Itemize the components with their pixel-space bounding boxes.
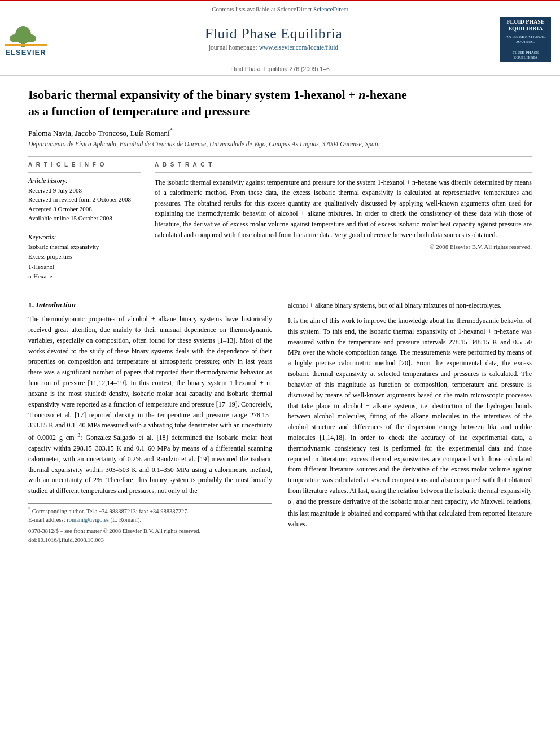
elsevier-tree-svg [5, 23, 47, 48]
keyword-1: Isobaric thermal expansivity [28, 242, 141, 252]
svg-rect-4 [5, 44, 47, 46]
homepage-label: journal homepage: [209, 44, 257, 51]
sciencedirect-link[interactable]: ScienceDirect [313, 6, 348, 12]
elsevier-text: ELSEVIER [5, 48, 46, 56]
journal-top-bar: Contents lists available at ScienceDirec… [0, 5, 560, 15]
elsevier-logo: ELSEVIER [5, 23, 47, 56]
authors: Paloma Navia, Jacobo Troncoso, Luís Roma… [28, 127, 532, 138]
right-para-2: It is the aim of this work to improve th… [288, 316, 532, 530]
journal-homepage: journal homepage: www.elsevier.com/locat… [47, 42, 500, 54]
keywords-divider [28, 229, 141, 229]
contents-available-text: Contents lists available at ScienceDirec… [212, 6, 312, 12]
info-divider [28, 172, 141, 173]
issn-note: 0378-3812/$ – see front matter © 2008 El… [28, 527, 272, 545]
body-divider [28, 291, 532, 291]
section-number: 1. [28, 300, 36, 309]
article-info-label: A R T I C L E I N F O [28, 161, 141, 168]
keyword-2: Excess properties [28, 252, 141, 262]
abstract-divider [155, 172, 532, 173]
doi-text: doi:10.1016/j.fluid.2008.10.003 [28, 537, 104, 543]
svg-point-2 [10, 34, 20, 42]
history-title: Article history: [28, 177, 141, 184]
section-name: Introduction [36, 300, 76, 309]
journal-logo-right: FLUID PHASEEQUILIBRIA AN INTERNATIONALJO… [500, 17, 551, 62]
keyword-4: n-Hexane [28, 272, 141, 282]
article-info-column: A R T I C L E I N F O Article history: R… [28, 161, 141, 282]
article-title: Isobaric thermal expansivity of the bina… [28, 87, 532, 119]
copyright: © 2008 Elsevier B.V. All rights reserved… [155, 243, 532, 250]
right-para-1: alcohol + alkane binary systems, but of … [288, 300, 532, 311]
footer-section: * Corresponding author. Tel.: +34 988387… [28, 503, 272, 545]
journal-title-section: Fluid Phase Equilibria journal homepage:… [47, 25, 500, 54]
abstract-text: The isobaric thermal expansivity against… [155, 177, 532, 241]
accepted-date: Accepted 3 October 2008 [28, 204, 141, 214]
journal-title: Fluid Phase Equilibria [47, 25, 500, 42]
revised-date: Received in revised form 2 October 2008 [28, 195, 141, 204]
header-divider [28, 156, 532, 157]
article-meta-section: A R T I C L E I N F O Article history: R… [28, 161, 532, 282]
logo-title: FLUID PHASEEQUILIBRIA [507, 19, 545, 32]
affiliation: Departamento de Física Aplicada, Faculta… [28, 141, 532, 147]
journal-header: Contents lists available at ScienceDirec… [0, 0, 560, 76]
keywords-section: Keywords: Isobaric thermal expansivity E… [28, 234, 141, 282]
body-content: 1. Introduction The thermodynamic proper… [28, 300, 532, 545]
right-col: alcohol + alkane binary systems, but of … [288, 300, 532, 545]
intro-para-1: The thermodynamic properties of alcohol … [28, 314, 272, 496]
keyword-3: 1-Hexanol [28, 262, 141, 272]
journal-banner: ELSEVIER Fluid Phase Equilibria journal … [0, 15, 560, 64]
article-content: Isobaric thermal expansivity of the bina… [0, 76, 560, 556]
issn-text: 0378-3812/$ – see front matter © 2008 El… [28, 528, 200, 534]
email-label: E-mail address: [28, 517, 67, 523]
abstract-column: A B S T R A C T The isobaric thermal exp… [155, 161, 532, 282]
intro-heading: 1. Introduction [28, 300, 272, 309]
available-date: Available online 15 October 2008 [28, 213, 141, 223]
journal-url[interactable]: www.elsevier.com/locate/fluid [259, 44, 338, 51]
article-history: Article history: Received 9 July 2008 Re… [28, 177, 141, 223]
logo-sub: AN INTERNATIONALJOURNALFLUID PHASEEQUILI… [505, 34, 545, 60]
email-name: (L. Romaní). [111, 517, 142, 523]
intro-column: 1. Introduction The thermodynamic proper… [28, 300, 272, 545]
corresponding-author-note: * Corresponding author. Tel.: +34 988387… [28, 506, 272, 525]
journal-issue: Fluid Phase Equilibria 276 (2009) 1–6 [0, 64, 560, 75]
abstract-label: A B S T R A C T [155, 161, 532, 168]
keywords-title: Keywords: [28, 234, 141, 241]
received-date: Received 9 July 2008 [28, 186, 141, 195]
svg-point-3 [26, 34, 36, 42]
email-link[interactable]: romani@uvigo.es [67, 517, 109, 523]
